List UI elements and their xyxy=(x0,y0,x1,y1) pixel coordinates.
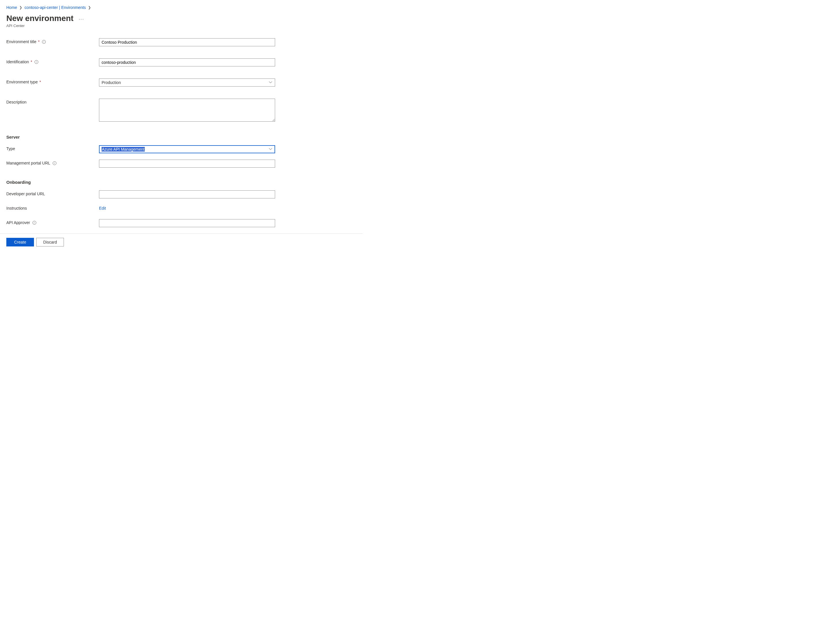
management-portal-url-label: Management portal URL xyxy=(6,161,50,165)
environment-type-select[interactable]: Production xyxy=(99,79,275,87)
page-title: New environment xyxy=(6,14,73,23)
footer-bar: Create Discard xyxy=(0,234,363,251)
environment-title-label: Environment title xyxy=(6,39,36,44)
chevron-right-icon: ❯ xyxy=(19,5,23,10)
breadcrumb-api-center[interactable]: contoso-api-center | Environments xyxy=(24,5,86,10)
description-label: Description xyxy=(6,100,26,105)
instructions-edit-link[interactable]: Edit xyxy=(99,206,106,211)
server-section-heading: Server xyxy=(6,135,356,140)
environment-type-label: Environment type xyxy=(6,80,38,84)
onboarding-section-heading: Onboarding xyxy=(6,180,356,185)
info-icon[interactable]: i xyxy=(34,60,38,64)
developer-portal-url-input[interactable] xyxy=(99,190,275,198)
description-textarea[interactable] xyxy=(99,99,275,122)
info-icon[interactable]: i xyxy=(42,40,46,44)
create-button[interactable]: Create xyxy=(6,238,34,246)
more-actions-button[interactable]: ··· xyxy=(79,15,84,22)
management-portal-url-input[interactable] xyxy=(99,159,275,167)
discard-button[interactable]: Discard xyxy=(36,238,64,246)
identification-input[interactable] xyxy=(99,58,275,66)
server-type-label: Type xyxy=(6,147,15,151)
breadcrumb: Home ❯ contoso-api-center | Environments… xyxy=(6,5,356,10)
chevron-right-icon: ❯ xyxy=(87,5,92,10)
info-icon[interactable]: i xyxy=(53,161,57,165)
environment-title-input[interactable] xyxy=(99,38,275,46)
instructions-label: Instructions xyxy=(6,206,27,211)
server-type-select[interactable]: Azure API Management xyxy=(99,145,275,153)
required-indicator: * xyxy=(31,60,32,64)
required-indicator: * xyxy=(39,80,41,84)
info-icon[interactable]: i xyxy=(32,221,36,225)
breadcrumb-home[interactable]: Home xyxy=(6,5,17,10)
required-indicator: * xyxy=(38,39,39,44)
developer-portal-url-label: Developer portal URL xyxy=(6,192,45,196)
api-approver-input[interactable] xyxy=(99,219,275,227)
api-approver-label: API Approver xyxy=(6,220,30,225)
page-subtitle: API Center xyxy=(6,24,356,28)
identification-label: Identification xyxy=(6,60,29,64)
